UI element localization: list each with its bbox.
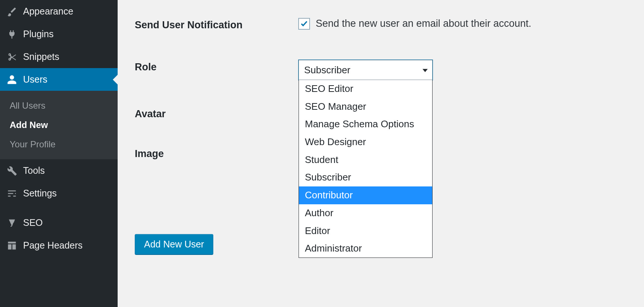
- submenu-item-your-profile[interactable]: Your Profile: [0, 135, 118, 154]
- role-option[interactable]: Administrator: [299, 240, 432, 258]
- menu-label: Snippets: [23, 51, 59, 62]
- sidebar-item-plugins[interactable]: Plugins: [0, 23, 118, 45]
- menu-label: Users: [23, 74, 47, 85]
- sliders-icon: [7, 188, 23, 199]
- row-role: Role Subscriber SEO Editor SEO Manager M…: [135, 60, 627, 80]
- role-option[interactable]: SEO Manager: [299, 98, 432, 116]
- yoast-icon: [7, 218, 23, 228]
- main-content: Send User Notification Send the new user…: [118, 0, 644, 307]
- sidebar-item-appearance[interactable]: Appearance: [0, 0, 118, 23]
- add-new-user-button[interactable]: Add New User: [135, 234, 213, 255]
- role-option[interactable]: Manage Schema Options: [299, 115, 432, 133]
- submenu-item-all-users[interactable]: All Users: [0, 96, 118, 115]
- image-label: Image: [135, 147, 299, 160]
- sidebar-menu: Appearance Plugins Snippets Users All Us…: [0, 0, 118, 257]
- avatar-label: Avatar: [135, 107, 299, 120]
- sidebar-item-page-headers[interactable]: Page Headers: [0, 234, 118, 257]
- role-label: Role: [135, 60, 299, 73]
- role-option[interactable]: Web Designer: [299, 133, 432, 151]
- menu-label: Settings: [23, 188, 57, 199]
- users-submenu: All Users Add New Your Profile: [0, 91, 118, 159]
- admin-sidebar: Appearance Plugins Snippets Users All Us…: [0, 0, 118, 307]
- notification-field: Send the new user an email about their a…: [299, 18, 627, 29]
- role-option[interactable]: Student: [299, 151, 432, 169]
- submenu-item-add-new[interactable]: Add New: [0, 115, 118, 135]
- role-options-dropdown: SEO Editor SEO Manager Manage Schema Opt…: [299, 80, 433, 258]
- menu-separator: [0, 205, 118, 211]
- sidebar-item-users[interactable]: Users: [0, 68, 118, 91]
- sidebar-item-tools[interactable]: Tools: [0, 159, 118, 182]
- menu-label: Plugins: [23, 29, 54, 39]
- scissors-icon: [7, 52, 23, 62]
- menu-label: Tools: [23, 165, 45, 176]
- chevron-down-icon: [423, 64, 428, 76]
- user-icon: [7, 74, 23, 85]
- brush-icon: [7, 6, 23, 17]
- row-notification: Send User Notification Send the new user…: [135, 18, 627, 31]
- role-selected-value: Subscriber: [304, 64, 350, 76]
- notification-label: Send User Notification: [135, 18, 299, 31]
- role-select[interactable]: Subscriber SEO Editor SEO Manager Manage…: [299, 60, 433, 80]
- role-option[interactable]: Subscriber: [299, 169, 432, 186]
- menu-label: Page Headers: [23, 240, 83, 251]
- notification-checkbox[interactable]: [299, 18, 310, 29]
- sidebar-item-snippets[interactable]: Snippets: [0, 45, 118, 68]
- check-icon: [300, 20, 308, 28]
- menu-label: Appearance: [23, 6, 73, 17]
- role-option[interactable]: SEO Editor: [299, 80, 432, 98]
- menu-label: SEO: [23, 217, 43, 228]
- role-field: Subscriber SEO Editor SEO Manager Manage…: [299, 60, 627, 80]
- wrench-icon: [7, 166, 23, 176]
- notification-text: Send the new user an email about their a…: [316, 18, 531, 29]
- role-option[interactable]: Contributor: [299, 186, 432, 204]
- role-option[interactable]: Author: [299, 204, 432, 222]
- role-option[interactable]: Editor: [299, 222, 432, 240]
- layout-icon: [7, 240, 23, 251]
- sidebar-item-seo[interactable]: SEO: [0, 211, 118, 234]
- role-select-display[interactable]: Subscriber: [299, 60, 433, 80]
- plug-icon: [7, 29, 23, 39]
- sidebar-item-settings[interactable]: Settings: [0, 182, 118, 205]
